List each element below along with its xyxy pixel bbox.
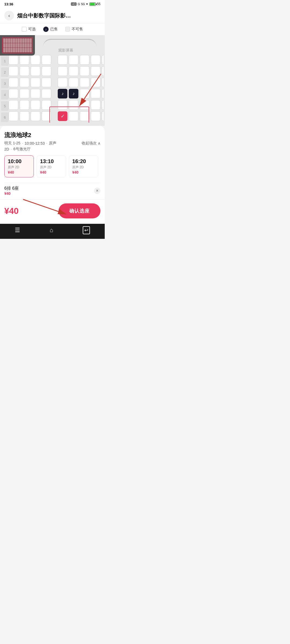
- seat-6-5-selected[interactable]: ✓: [58, 111, 67, 121]
- seat-6-1[interactable]: [9, 111, 18, 121]
- row-numbers: 1 2 3 4 5 6: [1, 55, 9, 123]
- legend-available: 可选: [22, 27, 36, 32]
- row-num-1: 1: [1, 56, 9, 66]
- seat-4-4[interactable]: [42, 89, 51, 98]
- back-button[interactable]: ‹: [4, 11, 14, 20]
- seat-1-8[interactable]: [91, 55, 100, 65]
- seat-2-1[interactable]: [9, 66, 18, 76]
- session-0-price: ¥40: [8, 170, 30, 174]
- seat-2-2[interactable]: [20, 66, 29, 76]
- collapse-icon: ∧: [98, 141, 100, 145]
- wifi-icon: ▾: [86, 2, 88, 6]
- remove-seat-button[interactable]: ×: [94, 188, 100, 194]
- dot-sep-2: ·: [46, 141, 48, 145]
- seat-5-7[interactable]: [80, 100, 89, 110]
- session-time: 10:00-12:53: [25, 141, 45, 145]
- seat-row-2: [9, 66, 104, 76]
- nav-back-icon[interactable]: ↩: [83, 226, 90, 234]
- seat-1-4[interactable]: [42, 55, 51, 65]
- collapse-label: 收起场次: [82, 141, 97, 146]
- seat-1-2[interactable]: [20, 55, 29, 65]
- movie-format: 2D: [4, 147, 9, 151]
- session-card-1[interactable]: 13:10 原声 2D ¥40: [37, 155, 66, 177]
- seat-2-5[interactable]: [58, 66, 67, 76]
- info-panel: 流浪地球2 明天 1-25 · 10:00-12:53 · 原声 收起场次 ∧ …: [0, 126, 105, 199]
- seat-3-8[interactable]: [91, 78, 100, 87]
- mini-map-grid: [2, 38, 32, 53]
- seat-5-3[interactable]: [31, 100, 40, 110]
- selected-seat-row: 6排 6座 ¥40 ×: [4, 183, 100, 199]
- seat-4-1[interactable]: [9, 89, 18, 98]
- seat-5-6[interactable]: [69, 100, 78, 110]
- nav-home-icon[interactable]: ⌂: [50, 227, 53, 234]
- seat-6-8[interactable]: [91, 111, 100, 121]
- seat-6-2[interactable]: [20, 111, 29, 121]
- seat-1-5[interactable]: [58, 55, 67, 65]
- available-box-icon: [22, 27, 27, 32]
- seat-row-1: [9, 55, 104, 65]
- total-price-value: ¥40: [4, 206, 19, 216]
- seat-6-4[interactable]: [42, 111, 51, 121]
- seat-5-5[interactable]: [58, 100, 67, 110]
- legend-sold: ♪ 已售: [43, 27, 58, 32]
- seat-1-3[interactable]: [31, 55, 40, 65]
- signal-5g: 5G: [81, 2, 85, 6]
- seats-area: ♪ ♪: [9, 55, 104, 123]
- hd-badge: HD: [71, 2, 77, 6]
- seat-4-2[interactable]: [20, 89, 29, 98]
- seat-grid-wrapper: 1 2 3 4 5 6: [0, 55, 105, 126]
- seat-1-1[interactable]: [9, 55, 18, 65]
- nav-menu-icon[interactable]: ☰: [15, 227, 20, 234]
- seat-3-1[interactable]: [9, 78, 18, 87]
- session-card-2[interactable]: 16:20 原声 2D ¥40: [69, 155, 98, 177]
- seat-5-2[interactable]: [20, 100, 29, 110]
- seat-3-5[interactable]: [58, 78, 67, 87]
- confirm-button[interactable]: 确认选座: [59, 203, 100, 218]
- seat-6-3[interactable]: [31, 111, 40, 121]
- seat-row-3: [9, 78, 104, 87]
- unavailable-box-icon: [65, 27, 70, 32]
- seat-2-4[interactable]: [42, 66, 51, 76]
- hall-info: 2D · 6号激光厅: [4, 147, 100, 152]
- page-title: 烟台中影数字国际影…: [17, 12, 71, 19]
- seat-2-7[interactable]: [80, 66, 89, 76]
- collapse-sessions-button[interactable]: 收起场次 ∧: [82, 141, 100, 146]
- seat-5-9[interactable]: [102, 100, 104, 110]
- battery-level: 55: [97, 2, 100, 6]
- seat-4-9[interactable]: [102, 89, 104, 98]
- seat-5-8[interactable]: [91, 100, 100, 110]
- seat-2-6[interactable]: [69, 66, 78, 76]
- seat-2-9[interactable]: [102, 66, 104, 76]
- seat-5-1[interactable]: [9, 100, 18, 110]
- seat-position-label: 6排 6座: [4, 186, 19, 191]
- seat-6-6[interactable]: [69, 111, 78, 121]
- mini-map-inner: [2, 37, 33, 53]
- network-indicator: G: [78, 2, 80, 6]
- seat-3-3[interactable]: [31, 78, 40, 87]
- seat-2-8[interactable]: [91, 66, 100, 76]
- seat-5-4[interactable]: [42, 100, 51, 110]
- seat-1-7[interactable]: [80, 55, 89, 65]
- seat-3-2[interactable]: [20, 78, 29, 87]
- seat-row-6: ✓: [9, 111, 104, 121]
- seat-4-3[interactable]: [31, 89, 40, 98]
- status-time: 13:36: [4, 2, 13, 6]
- seat-4-8[interactable]: [91, 89, 100, 98]
- session-1-price: ¥40: [40, 170, 63, 174]
- seat-6-9[interactable]: [102, 111, 104, 121]
- seat-4-7[interactable]: [80, 89, 89, 98]
- seat-3-4[interactable]: [42, 78, 51, 87]
- seat-1-6[interactable]: [69, 55, 78, 65]
- seat-3-9[interactable]: [102, 78, 104, 87]
- seat-4-5-sold: ♪: [58, 89, 67, 98]
- seat-3-7[interactable]: [80, 78, 89, 87]
- action-bar: ¥40 确认选座: [0, 199, 105, 224]
- battery-icon: [89, 2, 96, 6]
- session-card-0[interactable]: 10:00 原声 2D ¥40: [4, 155, 34, 177]
- nav-bar: ☰ ⌂ ↩: [0, 224, 105, 239]
- seat-3-6[interactable]: [69, 78, 78, 87]
- seat-2-3[interactable]: [31, 66, 40, 76]
- dot-sep-3: ·: [11, 147, 12, 151]
- seat-1-9[interactable]: [102, 55, 104, 65]
- seat-6-7[interactable]: [80, 111, 89, 121]
